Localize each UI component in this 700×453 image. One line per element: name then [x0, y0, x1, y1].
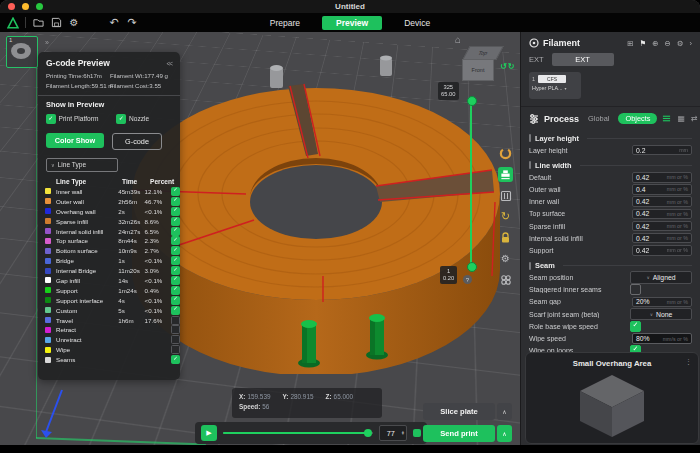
line-visible-checkbox[interactable] — [171, 276, 180, 285]
line-visible-checkbox[interactable] — [171, 246, 180, 255]
tab-preview[interactable]: Preview — [322, 16, 382, 30]
line-visible-checkbox[interactable] — [171, 217, 180, 226]
setting-checkbox[interactable] — [630, 321, 641, 332]
nozzle-checkbox[interactable] — [116, 114, 126, 124]
line-color-swatch — [45, 307, 51, 313]
line-visible-checkbox[interactable] — [171, 256, 180, 265]
flag-icon[interactable]: ⚑ — [639, 39, 646, 48]
print-platform-toggle[interactable]: Print Platform — [46, 114, 98, 124]
line-color-swatch — [45, 228, 51, 234]
view-cube[interactable]: Top Front — [466, 46, 498, 80]
setting-checkbox[interactable] — [630, 284, 641, 295]
print-platform-checkbox[interactable] — [46, 114, 56, 124]
swap-filament-icon[interactable]: ⊞ — [627, 39, 633, 48]
line-type-dropdown[interactable]: ∨ Line Type — [46, 158, 118, 172]
rotate-view-icons[interactable]: ↺↻ — [500, 62, 515, 71]
filament-settings-icon[interactable]: ⚙ — [677, 39, 684, 48]
tab-objects[interactable]: Objects — [618, 113, 657, 124]
panel-collapse-icon[interactable]: << — [166, 60, 172, 67]
gear-tool-icon[interactable]: ⚙ — [498, 251, 513, 266]
line-color-swatch — [45, 188, 51, 194]
remove-filament-icon[interactable]: ⊖ — [664, 39, 670, 48]
setting-input[interactable]: 0.42mm or % — [632, 196, 692, 207]
line-time: 2s — [118, 208, 144, 215]
tune-icon[interactable] — [662, 114, 671, 123]
line-visible-checkbox[interactable] — [171, 266, 180, 275]
slice-options-button[interactable]: ∧ — [497, 403, 512, 420]
line-type-row: Bridge 1s <0.1% — [38, 256, 180, 266]
home-view-icon[interactable]: ⌂ — [455, 34, 461, 45]
line-type-row: Support 1m24s 0.4% — [38, 285, 180, 295]
rotate-tool-icon[interactable]: ↻ — [498, 209, 513, 224]
plate-list-expand-icon[interactable]: » — [45, 39, 49, 46]
line-type-label: Outer wall — [56, 198, 118, 205]
mode-tabs: Prepare Preview Device — [0, 16, 700, 30]
line-time: 4s — [118, 297, 144, 304]
plate-thumbnail[interactable]: 1 — [6, 36, 38, 68]
line-visible-checkbox[interactable] — [171, 187, 180, 196]
send-options-button[interactable]: ∧ — [497, 425, 512, 442]
line-visible-checkbox[interactable] — [171, 197, 180, 206]
lock-tool-icon[interactable] — [498, 230, 513, 245]
move-slider-handle[interactable] — [364, 429, 372, 437]
clover-tool-icon[interactable] — [498, 272, 513, 287]
line-visible-checkbox[interactable] — [171, 345, 180, 354]
gcode-button[interactable]: G-code — [112, 133, 162, 150]
help-icon[interactable]: ? — [463, 275, 472, 284]
loop-indicator[interactable] — [413, 429, 421, 437]
chevron-right-icon[interactable]: › — [690, 39, 693, 48]
line-visible-checkbox[interactable] — [171, 296, 180, 305]
setting-label: Default — [529, 174, 632, 181]
setting-input[interactable]: 0.42mm or % — [632, 209, 692, 220]
layer-slider-track[interactable] — [470, 100, 472, 266]
setting-input[interactable]: 0.4mm or % — [632, 184, 692, 195]
pin-icon[interactable]: ⋮ — [685, 358, 692, 366]
color-show-button[interactable]: Color Show — [46, 133, 104, 148]
setting-select[interactable]: ∨None — [630, 308, 692, 321]
move-counter-stepper[interactable]: ▴ ▾ — [402, 431, 406, 436]
line-visible-checkbox[interactable] — [171, 306, 180, 315]
layer-slider-top-handle[interactable] — [467, 96, 477, 106]
tab-global[interactable]: Global — [588, 114, 609, 123]
line-visible-checkbox[interactable] — [171, 236, 180, 245]
view-cube-top-face[interactable]: Top — [462, 46, 503, 60]
group-marker — [529, 134, 531, 142]
slice-plate-button[interactable]: Slice plate — [423, 403, 495, 420]
tab-device[interactable]: Device — [398, 16, 436, 30]
move-counter[interactable]: 77 ▴ ▾ — [379, 425, 407, 441]
line-visible-checkbox[interactable] — [171, 316, 180, 325]
line-visible-checkbox[interactable] — [171, 286, 180, 295]
filament-slot-card[interactable]: 1 CFS Hyper PLA... ▾ — [529, 72, 581, 99]
box-tool-icon[interactable] — [498, 188, 513, 203]
setting-input[interactable]: 80%mm/s or % — [632, 333, 692, 344]
line-visible-checkbox[interactable] — [171, 207, 180, 216]
layer-slider-bottom-handle[interactable] — [467, 262, 477, 272]
ext-tab[interactable]: EXT — [552, 53, 614, 66]
printer-bed-tool-icon[interactable] — [498, 167, 513, 182]
line-visible-checkbox[interactable] — [171, 335, 180, 344]
viewport-3d[interactable]: 1 » G-code Preview << Printing Time:6h17… — [0, 32, 520, 445]
setting-input[interactable]: 0.42mm or % — [632, 245, 692, 256]
setting-input[interactable]: 0.2mm — [632, 145, 692, 156]
setting-select[interactable]: ∨Aligned — [630, 271, 692, 284]
setting-input[interactable]: 20%mm or % — [632, 297, 692, 308]
play-button[interactable]: ▶ — [201, 425, 217, 441]
sync-icon[interactable]: ⇄ — [691, 114, 698, 123]
setting-input[interactable]: 0.42mm or % — [632, 221, 692, 232]
filament-color-tool-icon[interactable] — [498, 146, 513, 161]
setting-input[interactable]: 0.42mm or % — [632, 233, 692, 244]
line-visible-checkbox[interactable] — [171, 227, 180, 236]
send-print-button[interactable]: Send print — [423, 425, 495, 442]
line-visible-checkbox[interactable] — [171, 355, 180, 364]
nozzle-toggle[interactable]: Nozzle — [116, 114, 149, 124]
add-filament-icon[interactable]: ⊕ — [652, 39, 658, 48]
line-color-swatch — [45, 208, 51, 214]
line-visible-checkbox[interactable] — [171, 325, 180, 334]
move-slider[interactable] — [223, 429, 373, 437]
setting-row: Outer wall 0.4mm or % — [529, 183, 692, 195]
grid-view-icon[interactable]: ▦ — [677, 114, 685, 123]
setting-input[interactable]: 0.42mm or % — [632, 172, 692, 183]
tab-prepare[interactable]: Prepare — [264, 16, 306, 30]
view-cube-front-face[interactable]: Front — [462, 59, 494, 81]
chevron-down-icon[interactable]: ▾ — [565, 86, 567, 91]
